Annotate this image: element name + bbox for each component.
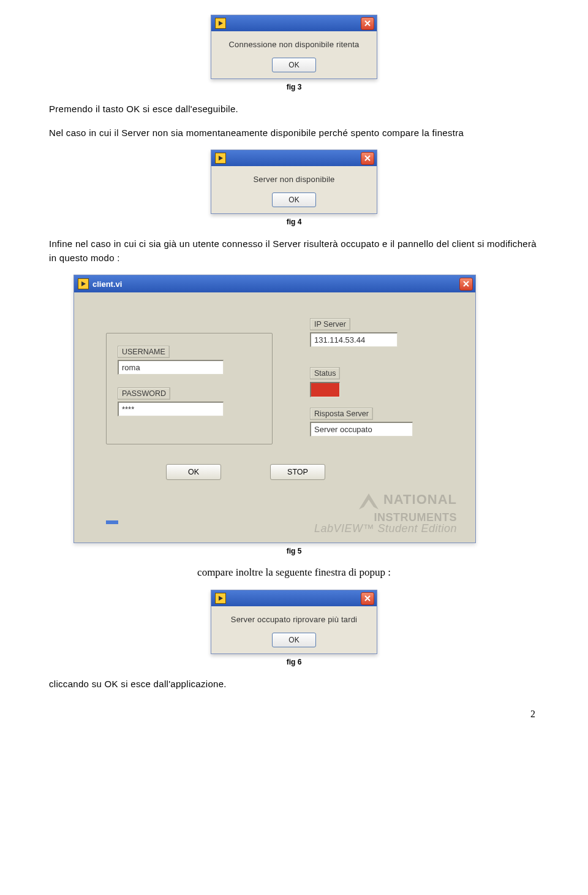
- dialog-fig6: Server occupato riprovare più tardi OK: [211, 590, 377, 654]
- labview-icon: [215, 593, 226, 604]
- svg-marker-3: [219, 596, 223, 601]
- credentials-panel: USERNAME roma PASSWORD ****: [106, 333, 273, 444]
- dialog-message: Server non disponibile: [219, 175, 369, 184]
- status-label: Status: [310, 367, 340, 379]
- close-icon[interactable]: [361, 592, 374, 605]
- username-field[interactable]: roma: [118, 360, 224, 375]
- labview-icon: [215, 18, 226, 29]
- close-icon[interactable]: [459, 278, 473, 291]
- ipserver-field[interactable]: 131.114.53.44: [310, 332, 398, 347]
- window-clientvi: client.vi USERNAME roma PASSWORD **** IP…: [74, 275, 476, 543]
- svg-marker-2: [81, 281, 86, 286]
- decorative-bar: [106, 520, 118, 524]
- titlebar: [211, 15, 377, 31]
- paragraph-2: Nel caso in cui il Server non sia moment…: [49, 126, 539, 140]
- password-label: PASSWORD: [118, 387, 170, 400]
- dialog-message: Connessione non disponibile ritenta: [219, 40, 369, 49]
- ipserver-label: IP Server: [310, 318, 350, 330]
- caption-fig3: fig 3: [49, 83, 539, 91]
- status-indicator: [310, 382, 340, 397]
- dialog-fig4: Server non disponibile OK: [211, 150, 377, 214]
- dialog-message: Server occupato riprovare più tardi: [219, 615, 369, 624]
- paragraph-4: compare inoltre la seguente finestra di …: [49, 566, 539, 579]
- close-icon[interactable]: [361, 17, 374, 30]
- page-number: 2: [49, 709, 539, 720]
- username-label: USERNAME: [118, 346, 170, 358]
- stop-button[interactable]: STOP: [270, 464, 325, 480]
- caption-fig5: fig 5: [49, 547, 539, 555]
- window-title: client.vi: [92, 280, 122, 289]
- ok-button[interactable]: OK: [272, 633, 316, 647]
- labview-icon: [78, 278, 89, 289]
- svg-marker-0: [219, 21, 223, 26]
- labview-watermark: NATIONAL INSTRUMENTS LabVIEW™ Student Ed…: [314, 491, 457, 534]
- ok-button[interactable]: OK: [272, 192, 316, 207]
- risposta-field: Server occupato: [310, 422, 413, 436]
- risposta-label: Risposta Server: [310, 408, 373, 420]
- close-icon[interactable]: [361, 152, 374, 165]
- password-field[interactable]: ****: [118, 402, 224, 416]
- ok-button[interactable]: OK: [166, 464, 221, 480]
- dialog-fig3: Connessione non disponibile ritenta OK: [211, 15, 377, 79]
- labview-icon: [215, 153, 226, 164]
- caption-fig6: fig 6: [49, 658, 539, 666]
- paragraph-3: Infine nel caso in cui ci sia già un ute…: [49, 237, 539, 265]
- paragraph-1: Premendo il tasto OK si esce dall'esegui…: [49, 102, 539, 116]
- caption-fig4: fig 4: [49, 218, 539, 226]
- ok-button[interactable]: OK: [272, 58, 316, 72]
- svg-marker-1: [219, 156, 223, 161]
- paragraph-5: cliccando su OK si esce dall'applicazion…: [49, 677, 539, 691]
- titlebar: client.vi: [74, 275, 475, 292]
- titlebar: [211, 150, 377, 166]
- titlebar: [211, 590, 377, 606]
